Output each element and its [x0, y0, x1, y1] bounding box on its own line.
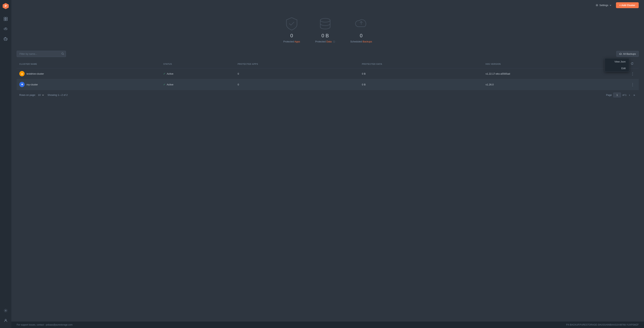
next-page-button[interactable]: › — [628, 93, 631, 97]
context-menu-edit[interactable]: Edit — [605, 65, 629, 72]
sidebar-item-settings[interactable] — [2, 307, 10, 314]
refresh-button[interactable] — [629, 62, 635, 66]
svg-rect-4 — [4, 19, 6, 21]
pagination: Page of 1 › » — [606, 92, 636, 97]
sidebar-item-restore[interactable] — [2, 35, 10, 42]
cell-protected-data: 0 B — [359, 68, 483, 79]
settings-button[interactable]: Settings — [594, 3, 613, 8]
chevron-down-icon[interactable] — [42, 94, 44, 96]
sidebar-item-dashboard[interactable] — [2, 15, 10, 23]
table-container: CLUSTER NAME STATUS PROTECTED APPS PROTE… — [17, 60, 639, 97]
scheduled-backups-label: Scheduled Backups — [350, 40, 372, 43]
cell-status: ✓ Active — [160, 68, 235, 79]
col-header-name: CLUSTER NAME — [17, 60, 160, 68]
cell-row-actions: ⋮ View Json Edit — [626, 79, 639, 90]
all-backups-label: All Backups — [623, 52, 636, 55]
svg-point-9 — [5, 319, 6, 320]
context-menu: View Json Edit — [604, 58, 629, 72]
cloud-backup-icon — [354, 16, 369, 31]
topbar: Settings + Add Cluster — [11, 0, 644, 10]
settings-label: Settings — [600, 4, 608, 7]
filter-input[interactable] — [17, 51, 66, 57]
amazon-badge: a — [19, 71, 24, 76]
all-backups-button[interactable]: All Backups — [616, 51, 639, 57]
sidebar-item-user[interactable] — [2, 317, 10, 324]
svg-point-8 — [5, 310, 6, 311]
shield-icon — [284, 16, 299, 31]
add-cluster-label: + Add Cluster — [620, 4, 635, 7]
cell-status: ✓ Active — [160, 79, 235, 90]
svg-line-14 — [63, 54, 64, 55]
cell-k8s-version: v1.26.0 — [483, 79, 626, 90]
cell-cluster-name: a testdrive-cluster — [17, 68, 160, 79]
database-icon — [318, 16, 333, 31]
page-label: Page — [606, 94, 612, 96]
row-action-button-1[interactable]: ⋮ — [629, 71, 636, 76]
main-content: Settings + Add Cluster 0 Protected Apps — [11, 0, 644, 328]
protected-data-label: Protected Data ⓘ — [315, 40, 335, 43]
page-input[interactable] — [613, 92, 621, 97]
k8s-badge: ✱ — [19, 82, 24, 87]
table-footer: Rows on page: 10 Showing 1—2 of 2 Page o… — [17, 90, 639, 97]
filter-input-wrap — [17, 51, 66, 57]
status-check-icon: ✓ — [163, 83, 166, 86]
gear-icon — [596, 4, 598, 7]
stat-card-protected-data: 0 B Protected Data ⓘ — [315, 16, 335, 43]
context-menu-view-json[interactable]: View Json — [605, 58, 629, 65]
instance-id: PX-BACKUP.PURESTORAGE-SHUSSAINIBAAS19-88… — [566, 324, 639, 326]
rows-per-page: Rows on page: 10 — [19, 94, 44, 96]
svg-point-10 — [596, 5, 598, 6]
page-of-label: of 1 — [622, 94, 626, 96]
cloud-icon — [619, 53, 622, 55]
table-row: a testdrive-cluster ✓ Active 0 — [17, 68, 639, 79]
rows-count: 10 — [38, 94, 40, 96]
stats-row: 0 Protected Apps 0 B Protected Data ⓘ — [11, 10, 644, 51]
info-icon[interactable]: ⓘ — [333, 40, 335, 43]
svg-point-11 — [320, 18, 330, 22]
last-page-button[interactable]: » — [632, 93, 636, 97]
add-cluster-button[interactable]: + Add Cluster — [616, 2, 639, 8]
svg-rect-5 — [6, 19, 8, 21]
stat-card-protected-apps: 0 Protected Apps — [283, 16, 300, 43]
cell-cluster-name: ✱ my-cluster — [17, 79, 160, 90]
status-check-icon: ✓ — [163, 72, 166, 75]
table-area: All Backups CLUSTER NAME STATUS PROTECTE… — [11, 51, 644, 186]
protected-apps-number: 0 — [290, 33, 293, 39]
support-text: For support issues, contact : pxbaas@pur… — [17, 324, 72, 326]
cell-protected-data: 0 B — [359, 79, 483, 90]
showing-label: Showing 1—2 of 2 — [48, 94, 68, 96]
col-header-protected-data: PROTECTED DATA — [359, 60, 483, 68]
app-logo[interactable]: P — [2, 3, 9, 10]
svg-rect-3 — [6, 17, 8, 19]
row-action-button-2[interactable]: ⋮ — [629, 82, 636, 87]
sidebar: P — [0, 0, 11, 328]
spacer — [11, 186, 644, 322]
table-toolbar: All Backups — [17, 51, 639, 57]
svg-text:P: P — [5, 4, 7, 8]
svg-point-7 — [5, 38, 7, 40]
sidebar-item-cloud[interactable] — [2, 25, 10, 32]
col-header-protected-apps: PROTECTED APPS — [235, 60, 359, 68]
scheduled-backups-number: 0 — [360, 33, 362, 39]
cell-protected-apps: 0 — [235, 68, 359, 79]
chevron-down-icon — [610, 4, 612, 6]
protected-data-number: 0 B — [322, 33, 329, 39]
stat-card-scheduled-backups: 0 Scheduled Backups — [350, 16, 372, 43]
cell-protected-apps: 0 — [235, 79, 359, 90]
page-footer: For support issues, contact : pxbaas@pur… — [11, 321, 644, 328]
table-row: ✱ my-cluster ✓ Active 0 — [17, 79, 639, 90]
svg-rect-2 — [4, 17, 6, 19]
protected-apps-label: Protected Apps — [283, 40, 300, 43]
col-header-status: STATUS — [160, 60, 235, 68]
search-icon — [61, 52, 64, 56]
table-header-row: CLUSTER NAME STATUS PROTECTED APPS PROTE… — [17, 60, 639, 68]
clusters-table: CLUSTER NAME STATUS PROTECTED APPS PROTE… — [17, 60, 639, 90]
